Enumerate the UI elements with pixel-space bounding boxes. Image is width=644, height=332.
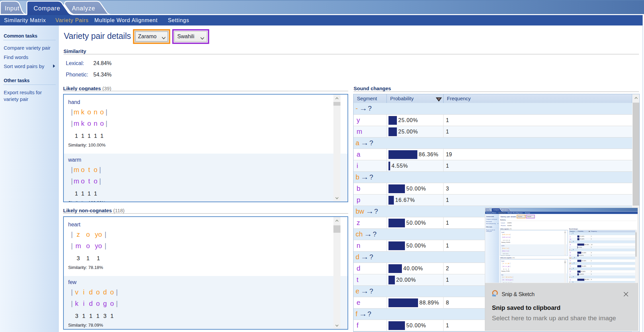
svg-text:Input: Input xyxy=(5,5,19,12)
svg-text:Analyze: Analyze xyxy=(72,5,95,12)
svg-text:Compare: Compare xyxy=(493,209,500,211)
svg-text:Input: Input xyxy=(486,209,490,211)
svg-text:Analyze: Analyze xyxy=(502,209,508,211)
svg-text:Compare: Compare xyxy=(34,5,60,12)
